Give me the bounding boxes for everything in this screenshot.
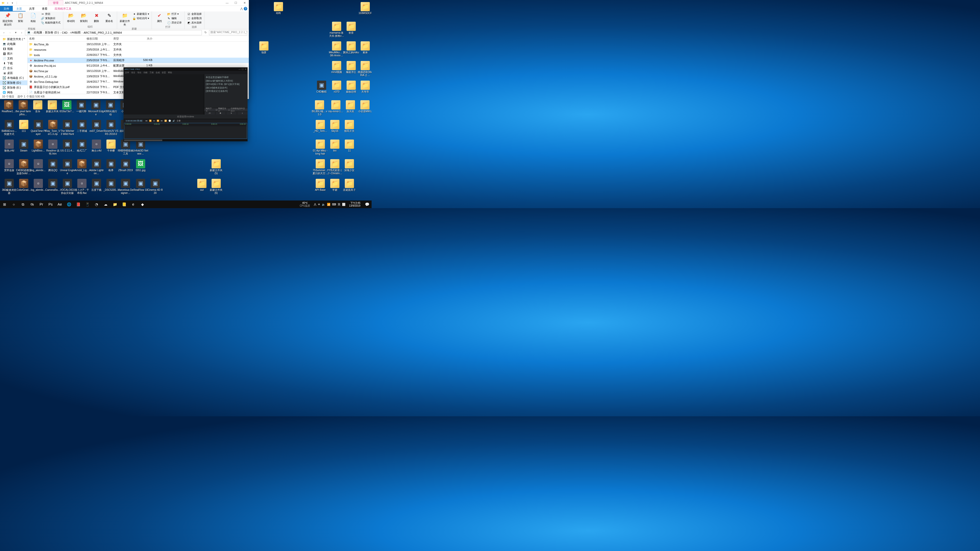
tree-node[interactable]: 🌐网络 [0,90,27,94]
tree-node[interactable]: 🎞视频 [0,46,27,51]
desktop-icon[interactable]: 📦C4D阿诺德渲染器Solid … [16,159,32,175]
arctime-transport-btn[interactable]: ⏭ [161,120,163,122]
desktop-icon[interactable]: ▣哔哩哔哩投稿工具 [118,140,134,155]
file-row[interactable]: 📁ArcTime_lib 18/11/2018 上午12:…文件夹 [27,41,249,47]
arctime-transport-btn[interactable]: ⏩ [157,120,159,122]
taskbar-app[interactable]: ◔ [92,200,101,208]
desktop-icon[interactable]: 📁小切音MIKU [357,100,372,113]
taskbar-app[interactable]: ☁ [101,200,110,208]
desktop-icon[interactable]: ▣腾讯QQ [45,159,61,172]
nav-up[interactable]: ↑ [19,30,24,35]
ribbon-collapse-icon[interactable]: ⋀ [240,7,243,11]
refresh-icon[interactable]: ↻ [203,31,208,34]
desktop-icon[interactable]: ▣ex07_Driver [89,120,104,133]
contextual-tab-manage[interactable]: 管理 [48,0,63,5]
qat-folder-icon[interactable]: 📁 [1,1,5,5]
desktop-icon[interactable]: 📁场景 [256,41,272,54]
open-button[interactable]: 📂打开 ▾ [167,12,182,16]
tray-icon[interactable]: ⬜ [342,203,345,206]
desktop-icon[interactable]: 📁天穹市 [357,81,372,94]
taskbar-app[interactable]: 🛍 [27,200,37,208]
desktop-icon[interactable]: ▫log_alembi… [30,179,46,192]
desktop-icon[interactable]: 📁Sky16 [327,120,343,133]
tree-node[interactable]: 📄文档 [0,56,27,61]
desktop-icon[interactable]: ▣RealFlow 10 [133,179,148,192]
desktop-icon[interactable]: 📦Arnold_Lig… [74,159,90,172]
desktop-icon[interactable]: ▣C4D教程 [313,81,329,94]
desktop-icon[interactable]: ▣Microsoft Edge [88,100,104,116]
arctime-menu-item[interactable]: 导出 [137,71,142,74]
tab-view[interactable]: 查看 [38,6,51,11]
desktop-icon[interactable]: 📁媳妆忿惜 [343,81,359,94]
desktop-icon[interactable]: ▣Unfold3D Networ… [133,140,148,155]
desktop-icon[interactable]: ▣Marvelous Designer… [118,179,134,194]
file-row[interactable]: 📁tools 22/8/2017 下午5:51文件夹 [27,52,249,58]
desktop-icon[interactable]: 📁半裙 [327,179,343,192]
desktop-icon[interactable]: ▣The Witcher 3 Wild Hunt [59,120,75,135]
desktop-icon[interactable]: ▫Readme-说明.htm [45,140,61,155]
pin-button[interactable]: 📌固定到快速访问 [2,12,13,27]
taskbar-app[interactable]: ⧉ [18,200,27,208]
desktop-icon[interactable]: ▣_DSC5205… [103,179,119,192]
arctime-transport-btn[interactable]: ⏮ [145,120,148,122]
notifications-icon[interactable]: 💬 [363,200,372,208]
desktop-icon[interactable]: 📁ray-mmd-1… [328,100,344,113]
arctime-transport-btn[interactable]: ⏪ [149,120,151,122]
rename-button[interactable]: ✎重命名 [103,12,115,23]
tab-file[interactable]: 文件 [0,6,13,11]
desktop-icon[interactable]: 📁黑色三妈miku [343,41,359,54]
arctime-transport-btn[interactable]: 🔁 [164,120,167,122]
desktop-icon[interactable]: 📦ColorGrad… [16,179,32,192]
desktop-icon[interactable]: ▫舞台.c4d [89,140,104,152]
taskbar-app[interactable]: Ae [55,200,64,208]
paste-button[interactable]: 📄粘贴 [27,12,39,23]
tray-icon[interactable]: ⌨ [332,203,336,206]
copy-button[interactable]: 📋复制 [15,12,26,23]
desktop-icon[interactable]: 📁111 [16,120,32,133]
tree-node[interactable]: 🖼图片 [0,51,27,56]
arctime-menu-item[interactable]: 功能 [143,71,148,74]
selectnone-button[interactable]: ☐全部取消 [186,16,202,21]
arctime-menu-item[interactable]: 文件 [125,71,129,74]
desktop-icon[interactable]: ▣Adobe Lightroo… [89,159,104,175]
tray-icon[interactable]: 🔈 [322,203,325,206]
desktop-icon[interactable]: 📁極楽浄土 [343,61,359,74]
desktop-icon[interactable]: 📁out [194,179,210,192]
desktop-icon[interactable]: ▣BiliBiliEnco…快捷方式 [1,120,17,135]
delete-button[interactable]: ✖删除 [91,12,102,23]
taskbar-app[interactable]: ○ [9,200,18,208]
arctime-tool-cell[interactable]: JK [204,112,215,114]
desktop-icon[interactable]: 📁75Summer… 夏日的天空… [312,159,328,175]
desktop-icon[interactable]: 🖼0051.jpg [133,159,148,172]
arctime-scrollbar[interactable] [124,139,248,141]
cut-button[interactable]: ✂剪切 [40,12,61,16]
desktop-icon[interactable]: 📁11 [342,140,357,152]
copypath-button[interactable]: 🔗复制路径 [40,16,61,21]
tree-node[interactable]: 💻此电脑 [0,41,27,46]
desktop-icon[interactable]: 📁mamama-洛天依-旗袍v… [329,22,345,37]
tree-node[interactable]: 📁新建文件夹 ( ^ [0,37,27,41]
desktop-icon[interactable]: 📁千本樱 [103,140,119,152]
desktop-icon[interactable]: 📁01 Api Miku - long hair [312,140,328,155]
arctime-max[interactable]: ☐ [242,68,244,70]
tab-app-tools[interactable]: 应用程序工具 [51,6,75,11]
desktop-icon[interactable]: ▣QuickTime Player [30,120,46,135]
history-button[interactable]: 🕘历史记录 [167,21,182,25]
edit-button[interactable]: ✎编辑 [167,16,182,21]
desktop-icon[interactable]: 🖼t016a73e7… [59,100,75,113]
desktop-icon[interactable]: 📁桃源恋歌(MARiA さ… [357,61,372,76]
arctime-tool-cell[interactable]: ⏺ [215,112,226,114]
breadcrumb-item[interactable]: 新加卷 (D:) [44,30,59,35]
tab-share[interactable]: 共享 [25,6,38,11]
arctime-menu-item[interactable]: 语音 [131,71,135,74]
taskbar-app[interactable]: e [129,200,138,208]
tree-node[interactable]: 🖥桌面 [0,71,27,76]
desktop-icon[interactable]: 📦Ray_Toon_Ver1.3.zip [45,120,61,135]
desktop-icon[interactable]: ▣Cinema 4D R20 [147,179,163,194]
desktop-icon[interactable]: 📁初音 [343,22,359,35]
easyaccess-button[interactable]: 🔓轻松访问 ▾ [132,16,150,21]
nav-back[interactable]: ← [2,30,6,35]
tray-icon[interactable]: 英 [338,203,340,206]
desktop-icon[interactable]: ▣一键闪释 [73,100,89,113]
taskbar-app[interactable]: 📱 [83,200,92,208]
